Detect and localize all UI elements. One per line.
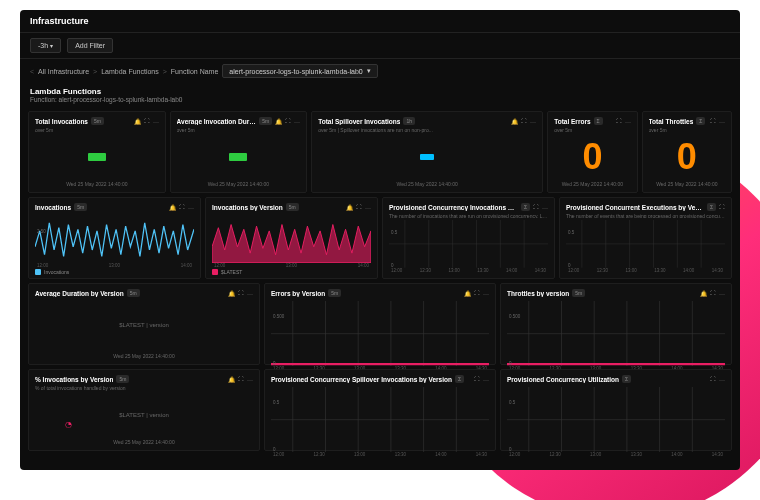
card-throttles-by-version: Throttles by version5m🔔⛶⋯ The number of … [500,283,732,365]
expand-icon[interactable]: ⛶ [285,118,291,125]
more-icon[interactable]: ⋯ [294,118,300,125]
svg-marker-0 [212,225,371,263]
timerange-select[interactable]: -3h▾ [30,38,61,53]
more-icon[interactable]: ⋯ [719,376,725,383]
breadcrumb-item[interactable]: All Infrastructure [38,68,89,75]
bell-icon[interactable]: 🔔 [700,290,707,297]
breadcrumb-item[interactable]: Lambda Functions [101,68,159,75]
more-icon[interactable]: ⋯ [719,290,725,297]
pie-dot-icon: ◔ [65,420,72,429]
card-invocations-by-version: Invocations by Version5m🔔⛶⋯ The number o… [205,197,378,279]
card-total-throttles: Total ThrottlesΣ⛶⋯ over 5m 0 Wed 25 May … [642,111,732,193]
more-icon[interactable]: ⋯ [530,118,536,125]
sparkline-bar [420,154,434,160]
bell-icon[interactable]: 🔔 [134,118,141,125]
bell-icon[interactable]: 🔔 [346,204,353,211]
breadcrumb: < All Infrastructure > Lambda Functions … [20,59,740,83]
flat-line-chart [507,301,725,366]
card-total-spillover: Total Spillover Invocations1h🔔⛶⋯ over 5m… [311,111,543,193]
expand-icon[interactable]: ⛶ [710,376,716,383]
expand-icon[interactable]: ⛶ [238,290,244,297]
expand-icon[interactable]: ⛶ [356,204,362,211]
card-total-invocations: Total Invocations5m🔔⛶⋯ over 5m Wed 25 Ma… [28,111,166,193]
chevron-down-icon: ▾ [50,43,53,49]
card-pct-invocations-by-version: % Invocations by Version5m🔔⛶⋯ % of total… [28,369,260,451]
chevron-down-icon: ▾ [367,67,371,75]
flat-chart [271,387,489,452]
function-select[interactable]: alert-processor-logs-to-splunk-lambda-la… [222,64,377,78]
card-prov-conc-inv-by-version: Provisioned Concurrency Invocations by V… [382,197,555,279]
add-filter-button[interactable]: Add Filter [67,38,113,53]
more-icon[interactable]: ⋯ [188,204,194,211]
bell-icon[interactable]: 🔔 [228,290,235,297]
bell-icon[interactable]: 🔔 [169,204,176,211]
sparkline-bar [229,153,247,161]
more-icon[interactable]: ⋯ [153,118,159,125]
card-avg-duration: Average Invocation Duration5m🔔⛶⋯ over 5m… [170,111,308,193]
card-errors-by-version: Errors by Version5m🔔⛶⋯ The number of inv… [264,283,496,365]
expand-icon[interactable]: ⛶ [238,376,244,383]
card-avg-duration-by-version: Average Duration by Version5m🔔⛶⋯ $LATEST… [28,283,260,365]
expand-icon[interactable]: ⛶ [179,204,185,211]
toolbar: -3h▾ Add Filter [20,33,740,59]
bell-icon[interactable]: 🔔 [228,376,235,383]
expand-icon[interactable]: ⛶ [474,376,480,383]
card-total-errors: Total ErrorsΣ⛶⋯ over 5m 0 Wed 25 May 202… [547,111,637,193]
more-icon[interactable]: ⋯ [483,376,489,383]
expand-icon[interactable]: ⛶ [710,118,716,125]
more-icon[interactable]: ⋯ [365,204,371,211]
flat-chart [507,387,725,452]
expand-icon[interactable]: ⛶ [474,290,480,297]
more-icon[interactable]: ⋯ [483,290,489,297]
metric-value: 0 [677,136,697,178]
bell-icon[interactable]: 🔔 [275,118,282,125]
card-invocations: Invocations5m🔔⛶⋯ The number of times a f… [28,197,201,279]
expand-icon[interactable]: ⛶ [144,118,150,125]
more-icon[interactable]: ⋯ [247,376,253,383]
flat-line-chart [271,301,489,366]
breadcrumb-item[interactable]: Function Name [171,68,218,75]
expand-icon[interactable]: ⛶ [521,118,527,125]
invocations-chart [35,215,194,263]
page-title: Infrastructure [20,10,740,33]
bell-icon[interactable]: 🔔 [464,290,471,297]
expand-icon[interactable]: ⛶ [710,290,716,297]
invocations-version-chart [212,215,371,263]
more-icon[interactable]: ⋯ [542,204,548,211]
flat-chart [566,220,725,268]
more-icon[interactable]: ⋯ [247,290,253,297]
flat-chart [389,220,548,268]
more-icon[interactable]: ⋯ [719,118,725,125]
expand-icon[interactable]: ⛶ [533,204,539,211]
sparkline-bar [88,153,106,161]
function-header: Lambda Functions Function: alert-process… [20,83,740,111]
dashboard-grid: Total Invocations5m🔔⛶⋯ over 5m Wed 25 Ma… [20,111,740,470]
card-prov-conc-spillover-by-version: Provisioned Concurrency Spillover Invoca… [264,369,496,451]
card-prov-conc-util: Provisioned Concurrency UtilizationΣ⛶⋯ T… [500,369,732,451]
metric-value: 0 [582,136,602,178]
more-icon[interactable]: ⋯ [625,118,631,125]
bell-icon[interactable]: 🔔 [511,118,518,125]
app-window: Infrastructure -3h▾ Add Filter < All Inf… [20,10,740,470]
card-prov-conc-exec-by-version: Provisioned Concurrent Executions by Ver… [559,197,732,279]
expand-icon[interactable]: ⛶ [719,204,725,210]
expand-icon[interactable]: ⛶ [616,118,622,125]
